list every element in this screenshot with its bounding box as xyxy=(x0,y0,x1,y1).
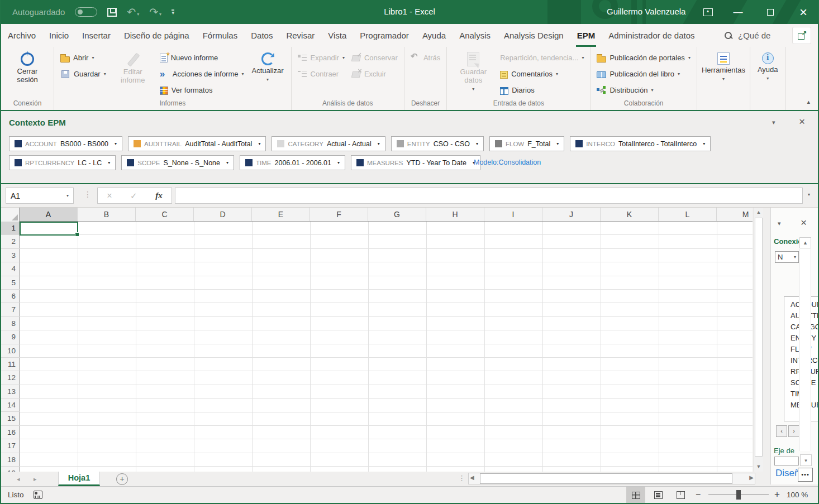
row-header-15[interactable]: 15 xyxy=(1,412,20,425)
tab-diseno-de-pagina[interactable]: Diseño de página xyxy=(117,24,196,47)
ribbon-display-options-button[interactable] xyxy=(698,0,717,24)
column-header-a[interactable]: A xyxy=(20,208,78,221)
pane-options-chevron-icon[interactable]: ▾ xyxy=(778,220,781,227)
ribbon-button-comentarios[interactable]: Comentarios▾ xyxy=(498,67,585,81)
macro-record-icon[interactable] xyxy=(34,491,42,499)
tab-analysis-design[interactable]: Analysis Design xyxy=(497,24,570,47)
zoom-slider-thumb[interactable] xyxy=(736,490,741,500)
share-button[interactable] xyxy=(792,27,811,44)
row-header-18[interactable]: 18 xyxy=(1,453,20,467)
add-sheet-button[interactable]: + xyxy=(116,473,128,485)
row-header-7[interactable]: 7 xyxy=(1,303,20,316)
column-header-k[interactable]: K xyxy=(601,208,659,221)
row-header-6[interactable]: 6 xyxy=(1,290,20,303)
context-dropdown-time[interactable]: TIME2006.01 - 2006.01▾ xyxy=(240,155,345,170)
scroll-left-icon[interactable]: ◀ xyxy=(470,474,474,481)
ribbon-button-publicacion-del-libro[interactable]: Publicación del libro▾ xyxy=(595,67,692,81)
horizontal-scroll-thumb[interactable] xyxy=(480,473,732,484)
context-dropdown-scope[interactable]: SCOPES_None - S_None▾ xyxy=(121,155,234,170)
ribbon-button-ver-formatos[interactable]: Ver formatos xyxy=(158,83,246,97)
formula-bar-handle[interactable]: ⋮ xyxy=(84,190,92,199)
row-header-4[interactable]: 4 xyxy=(1,262,20,276)
tell-me-search[interactable]: ¿Qué de xyxy=(724,24,790,47)
row-header-16[interactable]: 16 xyxy=(1,426,20,439)
pane-prev-button[interactable]: ‹ xyxy=(776,425,787,437)
ribbon-button-ayuda[interactable]: Ayuda▾ xyxy=(755,50,781,81)
column-header-m[interactable]: M xyxy=(717,208,753,221)
save-icon[interactable] xyxy=(107,8,117,17)
report-designer-link[interactable]: Diseñador xyxy=(775,468,798,479)
select-all-corner[interactable] xyxy=(1,208,20,222)
vertical-scrollbar[interactable]: ▲ ▼ xyxy=(754,208,763,472)
pane-next-button[interactable]: › xyxy=(788,425,799,437)
insert-function-icon[interactable]: fx xyxy=(155,191,163,200)
row-header-5[interactable]: 5 xyxy=(1,276,20,290)
context-dropdown-entity[interactable]: ENTITYCSO - CSO▾ xyxy=(391,136,484,151)
autosave-toggle[interactable] xyxy=(75,7,97,17)
formula-input[interactable] xyxy=(175,188,803,204)
scroll-down-icon[interactable]: ▼ xyxy=(754,462,763,472)
row-header-19[interactable]: 19 xyxy=(1,467,20,472)
tab-revisar[interactable]: Revisar xyxy=(279,24,321,47)
ribbon-button-acciones-de-informe[interactable]: Acciones de informe▾ xyxy=(158,67,246,81)
axis-input-chevron-icon[interactable]: ▾ xyxy=(800,454,812,466)
horizontal-scrollbar[interactable]: ◀ ▶ xyxy=(468,473,755,484)
tab-vista[interactable]: Vista xyxy=(321,24,353,47)
row-header-17[interactable]: 17 xyxy=(1,439,20,453)
context-dropdown-interco[interactable]: INTERCOTotalInterco - TotalInterco▾ xyxy=(570,136,711,151)
column-header-e[interactable]: E xyxy=(252,208,310,221)
row-header-9[interactable]: 9 xyxy=(1,330,20,344)
tab-archivo[interactable]: Archivo xyxy=(1,24,42,47)
context-panel-collapse-icon[interactable]: ▾ xyxy=(772,119,775,126)
name-box[interactable]: A1 ▾ xyxy=(6,188,74,204)
ribbon-button-actualizar[interactable]: Actualizar▾ xyxy=(249,50,287,82)
tab-scrollbar-handle[interactable]: ⋮ xyxy=(458,474,465,482)
sheet-nav-right-icon[interactable]: ▸ xyxy=(34,476,37,483)
page-layout-view-button[interactable] xyxy=(649,487,668,503)
column-header-d[interactable]: D xyxy=(194,208,252,221)
tab-insertar[interactable]: Insertar xyxy=(75,24,117,47)
page-break-view-button[interactable] xyxy=(671,487,690,503)
row-header-3[interactable]: 3 xyxy=(1,249,20,262)
row-header-14[interactable]: 14 xyxy=(1,399,20,412)
ribbon-button-abrir[interactable]: Abrir▾ xyxy=(59,51,108,65)
scroll-up-icon[interactable]: ▲ xyxy=(754,208,763,217)
context-dropdown-rptcurrency[interactable]: RPTCURRENCYLC - LC▾ xyxy=(9,155,116,170)
tab-formulas[interactable]: Fórmulas xyxy=(196,24,245,47)
context-dropdown-category[interactable]: CATEGORYActual - Actual▾ xyxy=(272,136,385,151)
tab-analysis[interactable]: Analysis xyxy=(453,24,497,47)
context-dropdown-account[interactable]: ACCOUNTBS000 - BS000▾ xyxy=(9,136,122,151)
row-header-1[interactable]: 1 xyxy=(1,222,20,235)
column-header-h[interactable]: H xyxy=(426,208,484,221)
tab-administrador-de-datos[interactable]: Administrador de datos xyxy=(602,24,701,47)
column-header-j[interactable]: J xyxy=(542,208,601,221)
pane-close-icon[interactable]: × xyxy=(801,217,807,229)
maximize-button[interactable] xyxy=(761,0,780,24)
column-header-l[interactable]: L xyxy=(659,208,717,221)
vertical-scroll-thumb[interactable] xyxy=(755,218,763,457)
pane-more-button[interactable]: ••• xyxy=(798,468,813,482)
formula-bar-expand-icon[interactable]: ▾ xyxy=(808,192,810,197)
tab-ayuda[interactable]: Ayuda xyxy=(416,24,453,47)
row-header-2[interactable]: 2 xyxy=(1,235,20,248)
ribbon-button-cerrar-sesion[interactable]: Cerrar sesión xyxy=(6,50,49,84)
tab-programador[interactable]: Programador xyxy=(353,24,416,47)
column-header-c[interactable]: C xyxy=(136,208,194,221)
redo-button[interactable]: ↷▾ xyxy=(149,7,161,17)
context-dropdown-flow[interactable]: FLOWF_Total▾ xyxy=(489,136,564,151)
tab-epm[interactable]: EPM xyxy=(570,24,602,47)
pane-scrollbar[interactable] xyxy=(799,249,811,451)
close-button[interactable]: × xyxy=(792,0,815,24)
connection-dropdown[interactable]: N ▾ xyxy=(775,251,799,263)
column-header-f[interactable]: F xyxy=(310,208,368,221)
spreadsheet-grid[interactable]: ABCDEFGHIJKLM 12345678910111213141516171… xyxy=(1,208,753,472)
zoom-in-button[interactable]: + xyxy=(774,489,780,500)
undo-button[interactable]: ↶▾ xyxy=(127,7,139,17)
row-header-13[interactable]: 13 xyxy=(1,385,20,399)
context-dropdown-audittrail[interactable]: AUDITTRAILAuditTotal - AuditTotal▾ xyxy=(128,136,266,151)
sheet-nav-left-icon[interactable]: ◂ xyxy=(17,476,20,483)
ribbon-button-publicacion-de-portales[interactable]: Publicación de portales▾ xyxy=(595,51,692,65)
customize-quick-access-icon[interactable]: ▾ xyxy=(172,9,174,15)
column-header-i[interactable]: I xyxy=(484,208,542,221)
ribbon-button-guardar[interactable]: Guardar▾ xyxy=(59,67,108,81)
